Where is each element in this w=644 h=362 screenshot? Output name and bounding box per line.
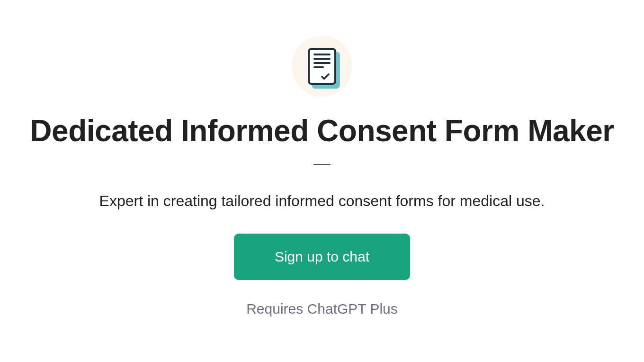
app-icon-circle	[292, 36, 352, 97]
page-description: Expert in creating tailored informed con…	[99, 192, 545, 210]
gpt-landing-container: Dedicated Informed Consent Form Maker Ex…	[30, 36, 614, 317]
document-check-icon	[308, 48, 336, 85]
title-divider	[313, 164, 331, 165]
requires-plus-text: Requires ChatGPT Plus	[246, 301, 398, 317]
page-title: Dedicated Informed Consent Form Maker	[30, 114, 614, 149]
signup-button[interactable]: Sign up to chat	[234, 234, 410, 280]
